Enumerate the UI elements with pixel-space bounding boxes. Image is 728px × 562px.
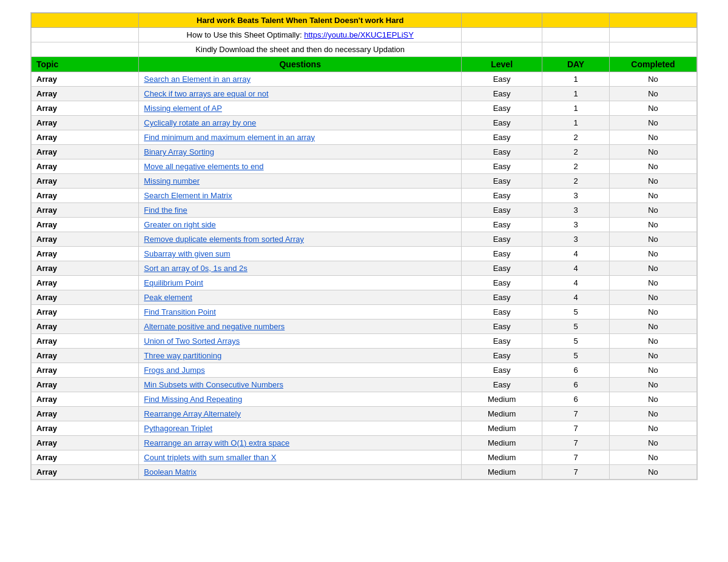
cell-day: 6 bbox=[542, 363, 610, 378]
question-link[interactable]: Search Element in Matrix bbox=[144, 191, 232, 200]
table-row: ArrayFind minimum and maximum element in… bbox=[32, 130, 697, 145]
cell-question: Peak element bbox=[139, 290, 462, 305]
cell-completed: No bbox=[609, 334, 696, 349]
question-link[interactable]: Missing number bbox=[144, 176, 200, 186]
question-link[interactable]: Rearrange an array with O(1) extra space bbox=[144, 438, 289, 447]
cell-level: Easy bbox=[462, 247, 542, 261]
cell-question: Count triplets with sum smaller than X bbox=[139, 450, 462, 465]
question-link[interactable]: Alternate positive and negative numbers bbox=[144, 322, 285, 331]
cell-topic: Array bbox=[32, 203, 139, 218]
cell-topic: Array bbox=[32, 174, 139, 189]
cell-level: Medium bbox=[462, 436, 542, 450]
info-empty-3 bbox=[542, 28, 610, 42]
cell-topic: Array bbox=[32, 349, 139, 363]
cell-question: Binary Array Sorting bbox=[139, 145, 462, 159]
table-row: ArrayBoolean MatrixMedium7No bbox=[32, 465, 697, 480]
table-row: ArraySubarray with given sumEasy4No bbox=[32, 247, 697, 261]
cell-topic: Array bbox=[32, 363, 139, 378]
download-empty-1 bbox=[32, 42, 139, 57]
cell-level: Easy bbox=[462, 349, 542, 363]
question-link[interactable]: Search an Element in an array bbox=[144, 75, 251, 84]
cell-question: Sort an array of 0s, 1s and 2s bbox=[139, 261, 462, 276]
info-link[interactable]: https://youtu.be/XKUC1EPLiSY bbox=[304, 30, 414, 39]
cell-question: Missing number bbox=[139, 174, 462, 189]
question-link[interactable]: Sort an array of 0s, 1s and 2s bbox=[144, 264, 248, 273]
cell-completed: No bbox=[609, 159, 696, 174]
cell-level: Medium bbox=[462, 407, 542, 421]
table-row: ArrayFrogs and JumpsEasy6No bbox=[32, 363, 697, 378]
cell-level: Easy bbox=[462, 116, 542, 130]
table-row: ArrayFind the fineEasy3No bbox=[32, 203, 697, 218]
cell-question: Rearrange an array with O(1) extra space bbox=[139, 436, 462, 450]
cell-day: 4 bbox=[542, 247, 610, 261]
table-row: ArrayRearrange an array with O(1) extra … bbox=[32, 436, 697, 450]
question-link[interactable]: Peak element bbox=[144, 293, 192, 302]
cell-level: Easy bbox=[462, 174, 542, 189]
question-link[interactable]: Frogs and Jumps bbox=[144, 366, 204, 375]
table-row: ArraySort an array of 0s, 1s and 2sEasy4… bbox=[32, 261, 697, 276]
cell-completed: No bbox=[609, 363, 696, 378]
question-link[interactable]: Rearrange Array Alternately bbox=[144, 409, 241, 418]
question-link[interactable]: Equilibrium Point bbox=[144, 278, 203, 287]
cell-day: 7 bbox=[542, 465, 610, 480]
cell-day: 4 bbox=[542, 290, 610, 305]
cell-completed: No bbox=[609, 290, 696, 305]
cell-level: Easy bbox=[462, 203, 542, 218]
cell-level: Easy bbox=[462, 276, 542, 290]
cell-topic: Array bbox=[32, 290, 139, 305]
cell-level: Easy bbox=[462, 334, 542, 349]
cell-day: 5 bbox=[542, 305, 610, 319]
header-level: Level bbox=[462, 57, 542, 72]
cell-topic: Array bbox=[32, 189, 139, 203]
table-row: ArrayMove all negative elements to endEa… bbox=[32, 159, 697, 174]
question-link[interactable]: Three way partitioning bbox=[144, 351, 221, 360]
cell-topic: Array bbox=[32, 436, 139, 450]
header-completed: Completed bbox=[609, 57, 696, 72]
cell-topic: Array bbox=[32, 116, 139, 130]
cell-level: Easy bbox=[462, 319, 542, 334]
question-link[interactable]: Find the fine bbox=[144, 206, 187, 215]
info-empty-1 bbox=[32, 28, 139, 42]
question-link[interactable]: Min Subsets with Consecutive Numbers bbox=[144, 380, 283, 389]
question-link[interactable]: Find minimum and maximum element in an a… bbox=[144, 133, 315, 142]
question-link[interactable]: Remove duplicate elements from sorted Ar… bbox=[144, 235, 304, 244]
question-link[interactable]: Missing element of AP bbox=[144, 104, 222, 113]
cell-day: 1 bbox=[542, 87, 610, 101]
question-link[interactable]: Binary Array Sorting bbox=[144, 147, 214, 156]
question-link[interactable]: Cyclically rotate an array by one bbox=[144, 118, 256, 127]
cell-topic: Array bbox=[32, 421, 139, 436]
question-link[interactable]: Count triplets with sum smaller than X bbox=[144, 453, 276, 462]
table-row: ArraySearch Element in MatrixEasy3No bbox=[32, 189, 697, 203]
question-link[interactable]: Pythagorean Triplet bbox=[144, 424, 212, 433]
header-row: Topic Questions Level DAY Completed bbox=[32, 57, 697, 72]
question-link[interactable]: Union of Two Sorted Arrays bbox=[144, 336, 240, 346]
cell-topic: Array bbox=[32, 218, 139, 232]
table-row: ArrayRearrange Array AlternatelyMedium7N… bbox=[32, 407, 697, 421]
table-row: ArrayFind Transition PointEasy5No bbox=[32, 305, 697, 319]
cell-question: Alternate positive and negative numbers bbox=[139, 319, 462, 334]
cell-topic: Array bbox=[32, 232, 139, 247]
cell-topic: Array bbox=[32, 450, 139, 465]
banner-text: Hard work Beats Talent When Talent Doesn… bbox=[139, 13, 462, 28]
cell-completed: No bbox=[609, 116, 696, 130]
cell-question: Boolean Matrix bbox=[139, 465, 462, 480]
table-row: ArrayMissing element of APEasy1No bbox=[32, 101, 697, 116]
question-link[interactable]: Subarray with given sum bbox=[144, 249, 230, 258]
cell-day: 2 bbox=[542, 130, 610, 145]
cell-day: 3 bbox=[542, 218, 610, 232]
cell-topic: Array bbox=[32, 101, 139, 116]
cell-level: Easy bbox=[462, 261, 542, 276]
question-link[interactable]: Check if two arrays are equal or not bbox=[144, 89, 268, 98]
question-link[interactable]: Boolean Matrix bbox=[144, 467, 197, 477]
cell-question: Frogs and Jumps bbox=[139, 363, 462, 378]
question-link[interactable]: Move all negative elements to end bbox=[144, 162, 263, 171]
question-link[interactable]: Find Missing And Repeating bbox=[144, 395, 242, 404]
cell-topic: Array bbox=[32, 130, 139, 145]
question-link[interactable]: Greater on right side bbox=[144, 220, 216, 229]
cell-completed: No bbox=[609, 101, 696, 116]
cell-level: Easy bbox=[462, 189, 542, 203]
table-row: ArrayCheck if two arrays are equal or no… bbox=[32, 87, 697, 101]
banner-empty-2 bbox=[462, 13, 542, 28]
question-link[interactable]: Find Transition Point bbox=[144, 307, 216, 316]
cell-question: Min Subsets with Consecutive Numbers bbox=[139, 378, 462, 392]
